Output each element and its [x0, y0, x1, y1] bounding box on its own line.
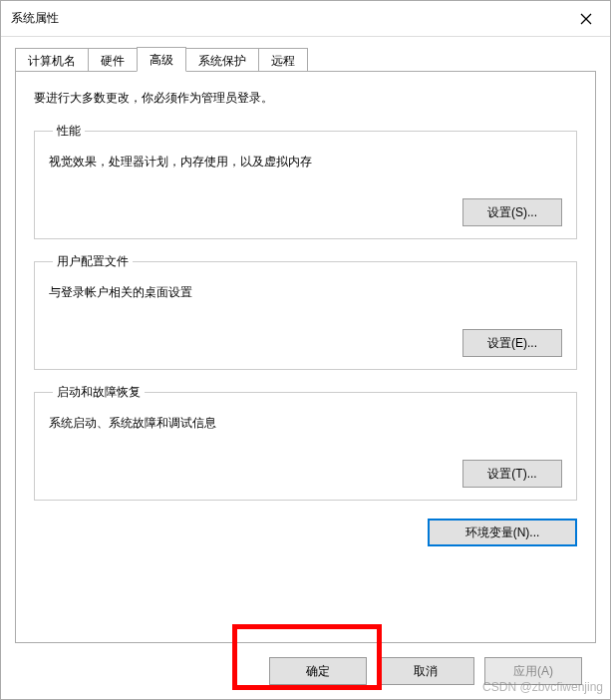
- tab-remote[interactable]: 远程: [258, 48, 308, 71]
- dialog-footer: 确定 取消 应用(A): [15, 643, 596, 699]
- startup-recovery-legend: 启动和故障恢复: [53, 384, 145, 401]
- admin-notice: 要进行大多数更改，你必须作为管理员登录。: [34, 90, 577, 107]
- startup-recovery-group: 启动和故障恢复 系统启动、系统故障和调试信息 设置(T)...: [34, 384, 577, 501]
- tab-advanced[interactable]: 高级: [137, 47, 186, 72]
- system-properties-dialog: 系统属性 计算机名 硬件 高级 系统保护 远程 要进行大多数更改，你必须作为管理…: [0, 0, 611, 700]
- user-profiles-settings-button[interactable]: 设置(E)...: [462, 329, 562, 357]
- startup-recovery-settings-button[interactable]: 设置(T)...: [462, 460, 562, 488]
- tabstrip: 计算机名 硬件 高级 系统保护 远程: [15, 47, 596, 71]
- user-profiles-desc: 与登录帐户相关的桌面设置: [49, 284, 562, 301]
- user-profiles-group: 用户配置文件 与登录帐户相关的桌面设置 设置(E)...: [34, 253, 577, 370]
- environment-variables-button[interactable]: 环境变量(N)...: [428, 519, 577, 546]
- window-title: 系统属性: [11, 10, 562, 27]
- tab-system-protection[interactable]: 系统保护: [185, 48, 259, 71]
- cancel-button[interactable]: 取消: [377, 657, 474, 685]
- ok-button[interactable]: 确定: [269, 657, 367, 685]
- titlebar: 系统属性: [1, 1, 610, 37]
- advanced-tab-panel: 要进行大多数更改，你必须作为管理员登录。 性能 视觉效果，处理器计划，内存使用，…: [15, 71, 596, 643]
- performance-legend: 性能: [53, 123, 85, 140]
- close-button[interactable]: [562, 1, 610, 37]
- tab-computer-name[interactable]: 计算机名: [15, 48, 89, 71]
- apply-button[interactable]: 应用(A): [484, 657, 582, 685]
- user-profiles-legend: 用户配置文件: [53, 253, 133, 270]
- tab-hardware[interactable]: 硬件: [88, 48, 138, 71]
- performance-group: 性能 视觉效果，处理器计划，内存使用，以及虚拟内存 设置(S)...: [34, 123, 577, 239]
- startup-recovery-desc: 系统启动、系统故障和调试信息: [49, 415, 562, 432]
- performance-desc: 视觉效果，处理器计划，内存使用，以及虚拟内存: [49, 154, 562, 171]
- dialog-content: 计算机名 硬件 高级 系统保护 远程 要进行大多数更改，你必须作为管理员登录。 …: [1, 37, 610, 699]
- close-icon: [580, 13, 592, 25]
- performance-settings-button[interactable]: 设置(S)...: [462, 198, 562, 226]
